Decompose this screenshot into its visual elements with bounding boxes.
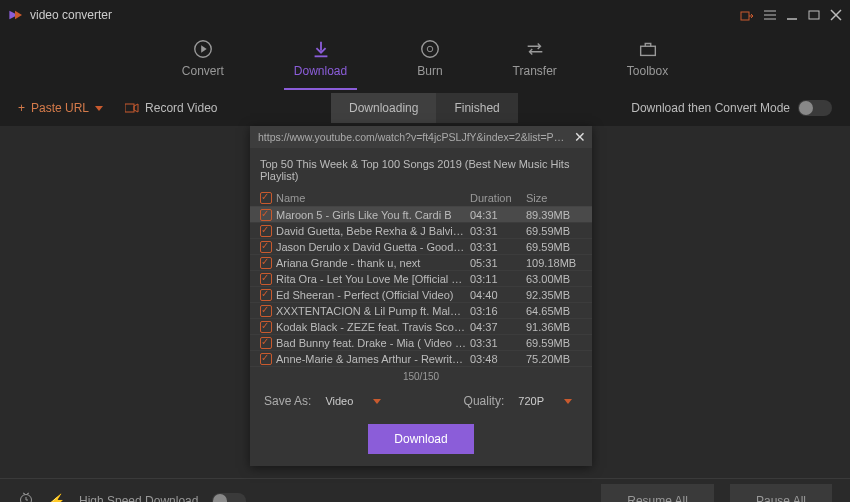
- row-checkbox[interactable]: [260, 369, 272, 370]
- pause-all-button[interactable]: Pause All: [730, 484, 832, 503]
- row-name: Maroon 5 - Girls Like You ft. Cardi B: [276, 209, 470, 221]
- svg-rect-17: [125, 104, 134, 112]
- table-row[interactable]: David Guetta, Bebe Rexha & J Balvin - Sa…: [250, 223, 592, 239]
- col-name: Name: [276, 192, 470, 204]
- tab-downloading[interactable]: Downloading: [331, 93, 436, 123]
- chevron-down-icon: [564, 399, 572, 404]
- row-checkbox[interactable]: [260, 225, 272, 237]
- svg-marker-1: [15, 11, 22, 19]
- table-row[interactable]: Ed Sheeran - Perfect (Official Video)04:…: [250, 287, 592, 303]
- panel-url-text: https://www.youtube.com/watch?v=ft4jcPSL…: [258, 131, 568, 143]
- svg-rect-16: [640, 46, 655, 55]
- row-size: 75.20MB: [526, 353, 582, 365]
- paste-url-label: Paste URL: [31, 101, 89, 115]
- nav-burn[interactable]: Burn: [407, 34, 452, 90]
- row-duration: 03:16: [470, 305, 526, 317]
- table-row[interactable]: XXXTENTACION & Lil Pump ft. Maluma & Swa…: [250, 303, 592, 319]
- table-row[interactable]: Rita Ora - Let You Love Me [Official Vid…: [250, 271, 592, 287]
- quality-dropdown[interactable]: 720P: [512, 392, 578, 410]
- bottom-bar: ⚡ High Speed Download Resume All Pause A…: [0, 478, 850, 502]
- quality-label: Quality:: [464, 394, 505, 408]
- tab-finished[interactable]: Finished: [436, 93, 517, 123]
- maximize-icon[interactable]: [808, 9, 820, 21]
- nav-label: Toolbox: [627, 64, 668, 78]
- menu-icon[interactable]: [764, 9, 776, 21]
- row-duration: 03:48: [470, 353, 526, 365]
- plus-icon: +: [18, 101, 25, 115]
- save-as-value: Video: [325, 395, 353, 407]
- hsd-toggle[interactable]: [212, 493, 246, 503]
- row-checkbox[interactable]: [260, 257, 272, 269]
- row-duration: 05:31: [470, 257, 526, 269]
- panel-count: 150/150: [250, 369, 592, 388]
- row-checkbox[interactable]: [260, 209, 272, 221]
- transfer-icon: [524, 38, 546, 60]
- row-checkbox[interactable]: [260, 305, 272, 317]
- row-name: David Guetta, Bebe Rexha & J Balvin - Sa…: [276, 225, 470, 237]
- record-video-button[interactable]: Record Video: [125, 101, 218, 115]
- row-size: 92.35MB: [526, 289, 582, 301]
- row-checkbox[interactable]: [260, 337, 272, 349]
- row-checkbox[interactable]: [260, 289, 272, 301]
- resume-all-button[interactable]: Resume All: [601, 484, 714, 503]
- panel-options: Save As: Video Quality: 720P: [250, 388, 592, 414]
- table-row[interactable]: Ariana Grande - thank u, next05:31109.18…: [250, 255, 592, 271]
- table-row[interactable]: Maroon 5 - Girls Like You ft. Cardi B04:…: [250, 207, 592, 223]
- download-icon: [310, 38, 332, 60]
- convert-icon: [192, 38, 214, 60]
- row-checkbox[interactable]: [260, 273, 272, 285]
- row-size: 64.65MB: [526, 305, 582, 317]
- clock-icon[interactable]: [18, 491, 34, 502]
- row-size: 63.00MB: [526, 273, 582, 285]
- table-row[interactable]: Jason Derulo x David Guetta - Goodbye (f…: [250, 239, 592, 255]
- table-row[interactable]: Bad Bunny feat. Drake - Mia ( Video Ofic…: [250, 335, 592, 351]
- bolt-icon: ⚡: [48, 493, 65, 503]
- svg-line-22: [23, 493, 25, 494]
- dlcm-toggle[interactable]: [798, 100, 832, 116]
- row-checkbox[interactable]: [260, 353, 272, 365]
- svg-line-23: [27, 493, 29, 494]
- table-row[interactable]: Kodak Black - ZEZE feat. Travis Scott & …: [250, 319, 592, 335]
- main-area: https://www.youtube.com/watch?v=ft4jcPSL…: [0, 126, 850, 478]
- dlcm-label: Download then Convert Mode: [631, 101, 790, 115]
- row-size: 89.39MB: [526, 209, 582, 221]
- row-duration: 03:31: [470, 337, 526, 349]
- close-icon[interactable]: [830, 9, 842, 21]
- toolbar: + Paste URL Record Video Downloading Fin…: [0, 90, 850, 126]
- row-checkbox[interactable]: [260, 241, 272, 253]
- minimize-icon[interactable]: [786, 9, 798, 21]
- row-name: Rita Ora - Let You Love Me [Official Vid…: [276, 273, 470, 285]
- table-row[interactable]: Anne-Marie & James Arthur - Rewrite The …: [250, 351, 592, 367]
- row-duration: 03:11: [470, 273, 526, 285]
- paste-url-button[interactable]: + Paste URL: [18, 101, 103, 115]
- col-size: Size: [526, 192, 582, 204]
- row-duration: 03:31: [470, 225, 526, 237]
- row-name: Jason Derulo x David Guetta - Goodbye (f…: [276, 241, 470, 253]
- tabs: Downloading Finished: [331, 93, 518, 123]
- panel-title: Top 50 This Week & Top 100 Songs 2019 (B…: [250, 148, 592, 190]
- col-duration: Duration: [470, 192, 526, 204]
- nav-toolbox[interactable]: Toolbox: [617, 34, 678, 90]
- row-checkbox[interactable]: [260, 321, 272, 333]
- save-as-dropdown[interactable]: Video: [319, 392, 387, 410]
- svg-marker-11: [201, 45, 207, 52]
- hsd-label: High Speed Download: [79, 494, 198, 503]
- row-name: Anne-Marie & James Arthur - Rewrite The …: [276, 353, 470, 365]
- svg-point-14: [422, 41, 439, 58]
- nav-transfer[interactable]: Transfer: [503, 34, 567, 90]
- record-label: Record Video: [145, 101, 218, 115]
- row-name: XXXTENTACION & Lil Pump ft. Maluma & Swa…: [276, 305, 470, 317]
- svg-marker-18: [134, 104, 138, 112]
- login-icon[interactable]: [740, 9, 754, 21]
- nav-download[interactable]: Download: [284, 34, 357, 90]
- dl-convert-mode: Download then Convert Mode: [631, 100, 832, 116]
- row-name: Ariana Grande - thank u, next: [276, 257, 470, 269]
- row-size: 109.18MB: [526, 257, 582, 269]
- panel-list: Maroon 5 - Girls Like You ft. Cardi B04:…: [250, 207, 592, 369]
- select-all-checkbox[interactable]: [260, 192, 272, 204]
- nav-convert[interactable]: Convert: [172, 34, 234, 90]
- svg-point-15: [427, 46, 433, 52]
- chevron-down-icon: [373, 399, 381, 404]
- download-button[interactable]: Download: [368, 424, 473, 454]
- close-panel-icon[interactable]: ✕: [574, 129, 586, 145]
